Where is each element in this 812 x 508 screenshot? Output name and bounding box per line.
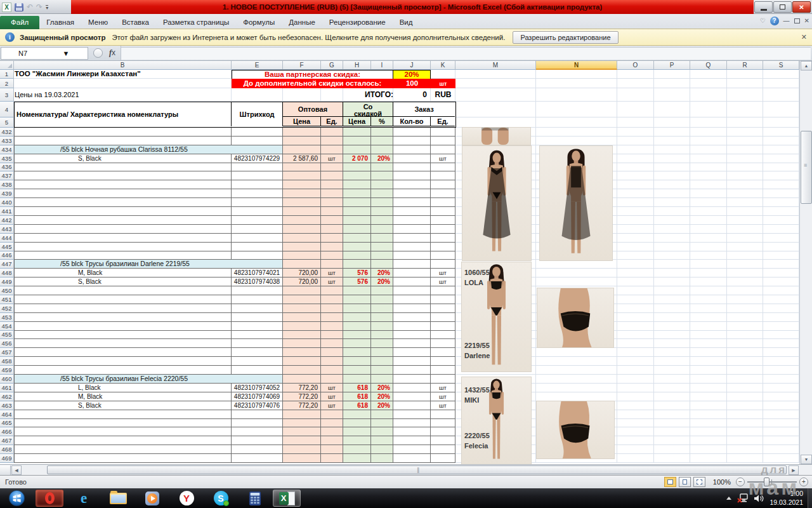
cell[interactable] [763,260,799,269]
cell[interactable] [763,331,799,339]
cell[interactable] [232,454,283,463]
cell[interactable] [14,295,232,304]
cell[interactable] [321,189,343,198]
cell[interactable] [14,171,232,180]
cell[interactable] [321,304,343,313]
cell[interactable] [727,269,763,277]
cell-price[interactable]: 720,00 [283,269,321,277]
cell[interactable] [727,304,763,313]
cell[interactable] [763,286,799,295]
partner-discount-box[interactable]: Ваша партнерская скидка: 20% [232,70,431,79]
cell[interactable] [393,163,431,171]
cell[interactable] [617,225,654,234]
cell[interactable] [617,375,654,384]
row-header[interactable]: 457 [0,348,14,357]
cell[interactable] [690,88,727,102]
cell[interactable] [343,207,371,216]
page-break-view-button[interactable] [693,477,705,487]
cell[interactable] [343,163,371,171]
cell[interactable] [321,366,343,375]
cell[interactable] [654,419,690,427]
cell[interactable] [727,79,763,88]
cell[interactable] [763,277,799,286]
cell[interactable] [393,198,431,207]
cell[interactable] [654,445,690,454]
cell[interactable] [727,198,763,207]
tab-data[interactable]: Данные [282,16,322,29]
cell[interactable] [343,251,371,260]
cell[interactable] [232,234,283,243]
scroll-right-icon[interactable]: ▶ [789,465,799,475]
cell[interactable] [536,269,617,277]
row-header[interactable]: 455 [0,331,14,339]
cell-barcode[interactable]: 4823107974038 [232,277,283,286]
cell[interactable] [343,171,371,180]
normal-view-button[interactable] [664,477,676,487]
cell[interactable] [617,260,654,269]
cell[interactable] [763,171,799,180]
taskbar-yandex-browser-button[interactable]: Y [173,490,200,507]
cell[interactable] [232,436,283,445]
cell[interactable] [232,251,283,260]
cell[interactable] [617,70,654,79]
cell[interactable] [393,260,431,269]
cell[interactable] [283,322,321,331]
vertical-scroll-thumb[interactable] [801,131,812,204]
cell[interactable] [617,331,654,339]
cell[interactable] [727,366,763,375]
cell[interactable] [654,454,690,463]
cell[interactable] [232,207,283,216]
cell[interactable] [371,286,393,295]
cell[interactable] [654,286,690,295]
cell[interactable] [763,427,799,436]
cell-order-qty[interactable] [393,277,431,286]
bar-close-icon[interactable]: ✕ [801,33,807,41]
cell[interactable] [14,348,232,357]
column-header-S[interactable]: S [763,61,799,70]
cell[interactable] [343,234,371,243]
cell[interactable] [431,339,455,348]
cell[interactable] [690,145,727,154]
cell[interactable] [654,189,690,198]
cell[interactable] [690,154,727,163]
taskbar-skype-button[interactable]: S [207,490,235,507]
cell[interactable] [617,384,654,392]
cell[interactable] [763,102,799,117]
cell[interactable] [431,366,455,375]
cell-discount-percent[interactable]: 20% [371,392,393,401]
cell[interactable] [690,216,727,225]
cell[interactable] [232,163,283,171]
zoom-slider[interactable] [747,478,797,486]
cell[interactable] [431,207,455,216]
cell[interactable] [455,88,536,102]
cell[interactable] [690,348,727,357]
column-header-I[interactable]: I [371,61,393,70]
cell[interactable] [14,79,232,88]
cell[interactable] [321,251,343,260]
cell[interactable] [343,286,371,295]
cell[interactable] [393,171,431,180]
cell[interactable] [536,128,617,137]
cell[interactable] [283,207,321,216]
cell[interactable] [431,198,455,207]
cell[interactable] [431,286,455,295]
workbook-restore-icon[interactable] [794,18,800,23]
cell[interactable] [690,392,727,401]
hidden-icons-arrow-icon[interactable] [726,497,731,500]
cell[interactable] [536,357,617,366]
cell[interactable] [617,207,654,216]
cell[interactable] [654,163,690,171]
cell[interactable] [617,154,654,163]
cell[interactable] [690,117,727,128]
cell[interactable] [690,128,727,137]
row-header[interactable]: 456 [0,339,14,348]
cell[interactable] [343,216,371,225]
cell-discount-percent[interactable]: 20% [371,384,393,392]
cell[interactable] [343,375,371,384]
cell[interactable] [393,445,431,454]
cell[interactable] [371,260,393,269]
cell[interactable] [654,171,690,180]
cell[interactable] [232,137,283,145]
cell[interactable] [14,216,232,225]
cell[interactable] [690,366,727,375]
